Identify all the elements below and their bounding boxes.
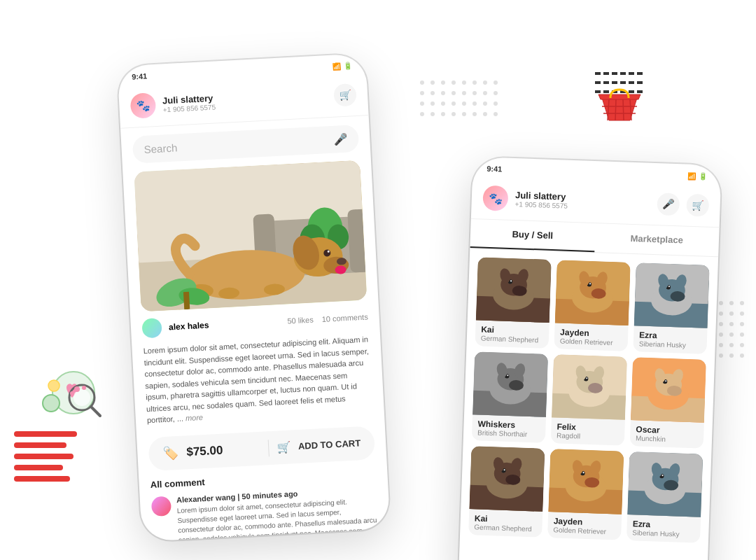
status-icons-right: 📶🔋	[687, 172, 707, 180]
pet-image-6	[469, 446, 545, 512]
pet-card-info-3: Whiskers British Shorthair	[472, 414, 546, 443]
cart-icon: 🛒	[276, 440, 291, 454]
pet-image-3	[472, 351, 548, 417]
header-icons-left: 🛒	[333, 83, 357, 107]
user-info-right: Juli slattery +1 905 856 5575	[514, 190, 657, 213]
post-description: Lorem ipsum dolor sit amet, consectetur …	[132, 333, 384, 433]
phone-right-content: 9:41 📶🔋 🐾 Juli slattery +1 905 856 5575 …	[458, 157, 721, 560]
pet-image-1	[555, 260, 631, 326]
header-icons-right: 🎤 🛒	[657, 192, 709, 217]
post-author-name: alex hales	[169, 316, 281, 332]
pet-image-container	[134, 160, 367, 312]
pet-card-7[interactable]: Jayden Golden Retriever	[547, 449, 624, 540]
pet-card-2[interactable]: Ezra Siberian Husky	[633, 262, 709, 354]
svg-point-13	[74, 386, 80, 392]
pet-breed-6: German Shepherd	[474, 523, 536, 533]
user-info-left: Juli slattery +1 905 856 5575	[162, 87, 335, 114]
price-value: $75.00	[186, 441, 260, 458]
comment-item-1: Alexander wang | 50 minutes ago Lorem ip…	[151, 485, 381, 542]
comments-section: All comment Alexander wang | 50 minutes …	[139, 467, 390, 542]
price-cart-divider	[267, 440, 269, 456]
svg-line-5	[623, 99, 624, 120]
tab-buy-sell[interactable]: Buy / Sell	[470, 219, 595, 252]
svg-rect-20	[14, 454, 74, 459]
pet-card-4[interactable]: Felix Ragdoll	[551, 354, 627, 446]
pet-card-info-0: Kai German Shepherd	[475, 320, 549, 349]
cart-icon-right[interactable]: 🛒	[686, 194, 709, 217]
svg-point-14	[82, 386, 86, 390]
pet-breed-3: British Shorthair	[477, 428, 540, 438]
pet-image-4	[552, 354, 627, 420]
pet-image	[134, 160, 367, 312]
pet-image-8	[627, 451, 703, 517]
tab-marketplace[interactable]: Marketplace	[594, 223, 720, 256]
pet-card-8[interactable]: Ezra Siberian Husky	[626, 451, 703, 543]
pet-card-info-1: Jayden Golden Retriever	[554, 323, 628, 351]
pet-card-info-2: Ezra Siberian Husky	[633, 326, 707, 354]
pet-image-5	[631, 357, 706, 423]
post-likes: 50 likes	[287, 316, 314, 326]
dot-decoration-right: (function() { const grid = document.quer…	[719, 301, 746, 359]
pet-card-3[interactable]: Whiskers British Shorthair	[472, 351, 548, 443]
pet-card-info-8: Ezra Siberian Husky	[626, 514, 701, 543]
add-to-cart-button[interactable]: 🛒 ADD TO CART	[276, 436, 360, 454]
dot-decoration-top: (function() { const grid = document.quer…	[420, 80, 499, 118]
svg-rect-18	[14, 431, 77, 437]
pet-card-info-4: Felix Ragdoll	[551, 417, 625, 446]
mic-icon: 🎤	[333, 132, 348, 146]
svg-line-4	[615, 99, 616, 120]
svg-line-12	[91, 407, 100, 416]
price-cart-bar: 🏷️ $75.00 🛒 ADD TO CART	[148, 426, 375, 471]
svg-point-17	[48, 380, 59, 391]
add-to-cart-label: ADD TO CART	[298, 438, 361, 451]
pet-card-5[interactable]: Oscar Munchkin	[630, 357, 706, 449]
pet-grid: Kai German Shepherd	[460, 248, 718, 552]
post-comments: 10 comments	[321, 313, 368, 323]
price-icon: 🏷️	[162, 444, 178, 461]
pet-breed-4: Ragdoll	[556, 431, 619, 441]
pet-breed-0: German Shepherd	[481, 335, 543, 344]
pet-search-decoration	[38, 354, 115, 427]
more-link[interactable]: more	[186, 413, 204, 422]
user-avatar-left: 🐾	[130, 92, 157, 119]
svg-rect-27	[347, 209, 367, 272]
pet-breed-7: Golden Retriever	[553, 526, 615, 536]
pet-image-7	[548, 449, 624, 514]
pet-breed-1: Golden Retriever	[560, 337, 622, 346]
phone-left-content: 9:41 📶🔋 🐾 Juli slattery +1 905 856 5575 …	[117, 53, 390, 542]
svg-point-15	[70, 391, 74, 396]
pet-card-6[interactable]: Kai German Shepherd	[468, 446, 545, 538]
comment-text-1: Lorem ipsum dolor sit amet, consectetur …	[176, 496, 379, 542]
pet-breed-5: Munchkin	[636, 434, 698, 444]
svg-rect-21	[14, 465, 63, 470]
commenter-avatar-1	[151, 496, 172, 516]
time-right: 9:41	[486, 164, 502, 174]
post-stats: 50 likes 10 comments	[287, 313, 368, 326]
pet-card-1[interactable]: Jayden Golden Retriever	[554, 260, 630, 351]
svg-rect-22	[14, 476, 70, 482]
pet-breed-8: Siberian Husky	[632, 528, 694, 538]
pet-card-info-7: Jayden Golden Retriever	[547, 512, 622, 540]
basket-decoration	[588, 70, 651, 129]
svg-rect-19	[14, 442, 66, 448]
svg-rect-45	[183, 292, 190, 309]
search-placeholder: Search	[144, 134, 327, 155]
pet-image-2	[634, 262, 710, 328]
user-avatar-right: 🐾	[482, 186, 508, 211]
comment-body-1: Alexander wang | 50 minutes ago Lorem ip…	[176, 485, 381, 542]
cart-icon-left[interactable]: 🛒	[333, 83, 357, 107]
pet-image-0	[476, 257, 552, 323]
phone-left: 9:41 📶🔋 🐾 Juli slattery +1 905 856 5575 …	[117, 53, 390, 542]
pet-breed-2: Siberian Husky	[639, 340, 701, 349]
phone-right: 9:41 📶🔋 🐾 Juli slattery +1 905 856 5575 …	[458, 157, 721, 560]
time-left: 9:41	[132, 72, 148, 81]
pet-card-info-5: Oscar Munchkin	[630, 420, 704, 449]
svg-point-16	[43, 395, 59, 412]
mic-icon-right[interactable]: 🎤	[657, 192, 680, 216]
status-icons-left: 📶🔋	[332, 62, 353, 70]
post-author-avatar	[141, 318, 162, 338]
pet-card-0[interactable]: Kai German Shepherd	[475, 257, 551, 349]
search-bar[interactable]: Search 🎤	[132, 125, 360, 164]
red-lines-decoration	[14, 431, 84, 490]
pet-card-info-6: Kai German Shepherd	[468, 509, 542, 538]
